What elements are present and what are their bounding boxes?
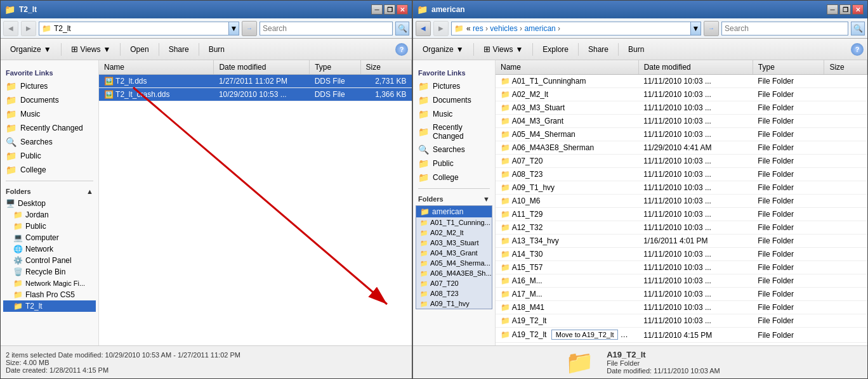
table-row[interactable]: 📁 A16_M... 11/11/2010 10:03 ...File Fold… (496, 274, 867, 288)
left-tree-t2lt[interactable]: 📁 T2_lt (3, 300, 96, 312)
left-nav-recently-changed[interactable]: 📁 Recently Changed (3, 121, 96, 135)
right-nav-recently[interactable]: 📁 Recently Changed (416, 121, 492, 143)
right-tree-a04[interactable]: 📁 A04_M3_Grant (416, 248, 492, 258)
left-restore-btn[interactable]: ❐ (384, 4, 395, 15)
right-minimize-btn[interactable]: ─ (827, 4, 838, 15)
left-share-btn[interactable]: Share (163, 42, 195, 57)
right-nav-pictures[interactable]: 📁 Pictures (416, 79, 492, 93)
left-views-btn[interactable]: ⊞ Views ▼ (65, 41, 117, 57)
left-nav-searches[interactable]: 🔍 Searches (3, 135, 96, 149)
table-row[interactable]: 📁 A10_M6 11/11/2010 10:03 ...File Folder (496, 195, 867, 208)
table-row[interactable]: 📁 A04_M3_Grant 11/11/2010 10:03 ...File … (496, 115, 867, 128)
right-close-btn[interactable]: ✕ (852, 4, 864, 15)
table-row[interactable]: 📁 A03_M3_Stuart 11/11/2010 10:03 ...File… (496, 101, 867, 115)
left-organize-btn[interactable]: Organize ▼ (4, 42, 57, 57)
table-row[interactable]: 📁 A12_T32 11/11/2010 10:03 ...File Folde… (496, 221, 867, 234)
right-col-date[interactable]: Date modified (638, 60, 753, 75)
left-go-btn[interactable]: → (242, 21, 257, 36)
left-search-btn[interactable]: 🔍 (395, 22, 409, 35)
right-search-btn[interactable]: 🔍 (851, 22, 865, 35)
left-nav-music[interactable]: 📁 Music (3, 107, 96, 121)
left-nav-documents[interactable]: 📁 Documents (3, 93, 96, 107)
table-row[interactable]: 📁 A13_T34_hvy 1/16/2011 4:01 PMFile Fold… (496, 234, 867, 248)
left-address-dropdown[interactable]: ▼ (228, 22, 239, 35)
left-close-btn[interactable]: ✕ (397, 4, 408, 15)
right-organize-btn[interactable]: Organize ▼ (417, 42, 470, 57)
right-nav-music[interactable]: 📁 Music (416, 107, 492, 121)
right-search-input[interactable] (722, 24, 848, 33)
left-search-box[interactable] (260, 22, 393, 35)
left-tree-jordan[interactable]: 📁 Jordan (3, 209, 96, 221)
left-col-type[interactable]: Type (310, 60, 360, 75)
right-col-type[interactable]: Type (753, 60, 824, 75)
left-minimize-btn[interactable]: ─ (371, 4, 383, 15)
left-nav-public[interactable]: 📁 Public (3, 149, 96, 163)
right-address-dropdown[interactable]: ▼ (690, 22, 700, 35)
table-row[interactable]: 📁 A01_T1_Cunningham 11/11/2010 10:03 ...… (496, 75, 867, 88)
right-tree-a03[interactable]: 📁 A03_M3_Stuart (416, 238, 492, 248)
left-open-btn[interactable]: Open (124, 42, 154, 57)
right-tree-a09[interactable]: 📁 A09_T1_hvy (416, 299, 492, 309)
right-address-breadcrumb-vehicles[interactable]: vehicles (490, 24, 517, 33)
right-search-box[interactable] (721, 22, 848, 35)
right-nav-documents[interactable]: 📁 Documents (416, 93, 492, 107)
right-nav-public[interactable]: 📁 Public (416, 157, 492, 170)
left-col-name[interactable]: Name (99, 60, 214, 75)
table-row[interactable]: 📁 A19_T2_lt 11/11/2010 10:03 ...File Fol… (496, 314, 867, 328)
table-row[interactable]: 🖼️ T2_lt_crash.dds 10/29/2010 10:53 ... … (99, 88, 412, 101)
left-forward-btn[interactable]: ▶ (21, 21, 36, 36)
table-row[interactable]: 📁 A05_M4_Sherman 11/11/2010 10:03 ...Fil… (496, 128, 867, 141)
left-tree-desktop[interactable]: 🖥️ Desktop (3, 198, 96, 209)
table-row[interactable]: 📁 A07_T20 11/11/2010 10:03 ...File Folde… (496, 155, 867, 168)
right-tree-a02[interactable]: 📁 A02_M2_lt (416, 228, 492, 238)
right-back-btn[interactable]: ◀ (416, 21, 431, 36)
right-nav-searches[interactable]: 🔍 Searches (416, 143, 492, 157)
left-search-input[interactable] (260, 24, 392, 33)
left-nav-pictures[interactable]: 📁 Pictures (3, 79, 96, 93)
left-tree-recycle[interactable]: 🗑️ Recycle Bin (3, 266, 96, 278)
table-row[interactable]: 📁 A17_M... 11/11/2010 10:03 ...File Fold… (496, 288, 867, 301)
right-views-btn[interactable]: ⊞ Views ▼ (478, 41, 529, 57)
right-col-size[interactable]: Size (824, 60, 867, 75)
left-tree-netmagic[interactable]: 📁 Network Magic Fi... (3, 278, 96, 289)
left-tree-flash[interactable]: 📁 Flash Pro CS5 (3, 289, 96, 300)
table-row[interactable]: 🖼️ T2_lt.dds 1/27/2011 11:02 PM DDS File… (99, 75, 412, 88)
right-restore-btn[interactable]: ❐ (839, 4, 851, 15)
right-address-field[interactable]: 📁 « res › vehicles › american › ▼ (451, 22, 701, 35)
left-tree-network[interactable]: 🌐 Network (3, 243, 96, 255)
left-nav-college[interactable]: 📁 College (3, 163, 96, 177)
right-tree-a05[interactable]: 📁 A05_M4_Sherma... (416, 258, 492, 268)
right-tree-a07[interactable]: 📁 A07_T20 (416, 278, 492, 288)
right-col-name[interactable]: Name (496, 60, 638, 75)
left-tree-control-panel[interactable]: ⚙️ Control Panel (3, 255, 96, 266)
right-tree-a01[interactable]: 📁 A01_T1_Cunning... (416, 217, 492, 228)
right-help-btn[interactable]: ? (851, 43, 864, 56)
right-forward-btn[interactable]: ▶ (433, 21, 449, 36)
left-address-field[interactable]: 📁 T2_lt ▼ (39, 22, 239, 35)
left-folders-header[interactable]: Folders ▲ (3, 185, 96, 198)
left-burn-btn[interactable]: Burn (203, 42, 230, 57)
right-tree-a06[interactable]: 📁 A06_M4A3E8_Sh... (416, 268, 492, 278)
right-burn-btn[interactable]: Burn (622, 42, 650, 57)
right-tree-a08[interactable]: 📁 A08_T23 (416, 288, 492, 299)
right-explore-btn[interactable]: Explore (537, 42, 574, 57)
right-go-btn[interactable]: → (704, 21, 719, 36)
table-row[interactable]: 📁 A21_T14 11/11/2010 10:03 ...File Folde… (496, 343, 867, 346)
right-share-btn[interactable]: Share (582, 42, 614, 57)
table-row[interactable]: 📁 A18_M41 11/11/2010 10:03 ...File Folde… (496, 301, 867, 314)
right-nav-college[interactable]: 📁 College (416, 170, 492, 184)
left-help-btn[interactable]: ? (395, 43, 408, 56)
table-row[interactable]: 📁 A15_T57 11/11/2010 10:03 ...File Folde… (496, 261, 867, 274)
table-row[interactable]: 📁 A08_T23 11/11/2010 10:03 ...File Folde… (496, 168, 867, 181)
right-address-breadcrumb-american[interactable]: american (524, 24, 555, 33)
right-tree-american[interactable]: 📁 american (416, 206, 492, 217)
table-row[interactable]: 📁 A09_T1_hvy 11/11/2010 10:03 ...File Fo… (496, 181, 867, 195)
table-row-with-tooltip[interactable]: 📁 A19_T2_lt Move to A19_T2_lt 2 11/11/20… (496, 328, 867, 343)
left-tree-public[interactable]: 📁 Public (3, 221, 96, 232)
table-row[interactable]: 📁 A14_T30 11/11/2010 10:03 ...File Folde… (496, 248, 867, 261)
table-row[interactable]: 📁 A06_M4A3E8_Sherman 11/29/2010 4:41 AMF… (496, 141, 867, 155)
left-col-date[interactable]: Date modified (214, 60, 310, 75)
table-row[interactable]: 📁 A02_M2_lt 11/11/2010 10:03 ...File Fol… (496, 88, 867, 101)
right-folders-header[interactable]: Folders ▼ (416, 193, 492, 205)
right-address-breadcrumb-res[interactable]: res (473, 24, 483, 33)
